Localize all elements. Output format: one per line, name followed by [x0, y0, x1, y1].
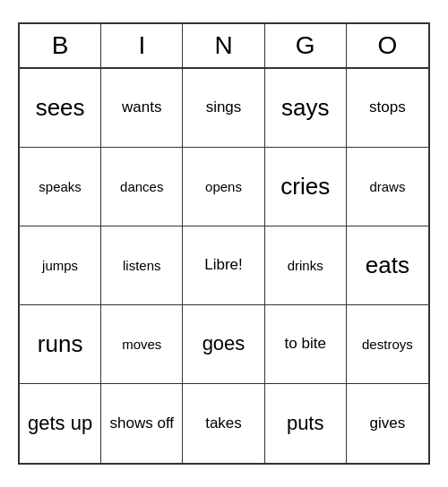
header-letter: I — [101, 24, 183, 67]
cell-text: Libre! — [204, 256, 243, 274]
bingo-cell: says — [265, 69, 347, 148]
bingo-grid: seeswantssingssaysstopsspeaksdancesopens… — [20, 69, 428, 463]
cell-text: speaks — [39, 179, 82, 195]
bingo-cell: speaks — [20, 148, 101, 226]
bingo-cell: puts — [265, 384, 347, 463]
cell-text: gives — [370, 414, 406, 432]
bingo-cell: to bite — [265, 305, 347, 384]
bingo-cell: jumps — [20, 226, 101, 305]
bingo-cell: cries — [265, 148, 347, 226]
cell-text: gets up — [28, 412, 92, 435]
bingo-cell: opens — [183, 148, 264, 226]
header-letter: O — [347, 24, 428, 67]
cell-text: listens — [123, 258, 161, 274]
cell-text: jumps — [42, 258, 78, 274]
bingo-cell: takes — [183, 384, 264, 463]
cell-text: drinks — [288, 258, 323, 274]
header-letter: G — [265, 24, 347, 67]
cell-text: says — [281, 94, 329, 122]
bingo-card: BINGO seeswantssingssaysstopsspeaksdance… — [18, 22, 430, 465]
bingo-cell: sees — [20, 69, 101, 148]
bingo-cell: Libre! — [183, 226, 264, 305]
cell-text: takes — [205, 414, 242, 432]
bingo-cell: draws — [347, 148, 428, 226]
bingo-cell: stops — [347, 69, 428, 148]
cell-text: opens — [205, 179, 242, 195]
bingo-cell: eats — [347, 226, 428, 305]
cell-text: wants — [122, 98, 161, 116]
bingo-header: BINGO — [20, 24, 428, 69]
header-letter: B — [20, 24, 101, 67]
cell-text: sings — [206, 98, 242, 116]
cell-text: puts — [287, 412, 324, 435]
bingo-cell: runs — [20, 305, 101, 384]
cell-text: sees — [36, 94, 85, 122]
cell-text: draws — [369, 179, 405, 195]
bingo-cell: shows off — [101, 384, 183, 463]
cell-text: eats — [366, 252, 409, 279]
bingo-cell: gets up — [20, 384, 101, 463]
cell-text: dances — [120, 179, 163, 195]
bingo-cell: goes — [183, 305, 264, 384]
bingo-cell: moves — [101, 305, 183, 384]
bingo-cell: dances — [101, 148, 183, 226]
cell-text: stops — [369, 98, 406, 116]
cell-text: goes — [202, 332, 246, 355]
cell-text: shows off — [110, 414, 175, 432]
bingo-cell: destroys — [347, 305, 428, 384]
cell-text: moves — [122, 337, 161, 353]
header-letter: N — [183, 24, 264, 67]
cell-text: runs — [38, 330, 83, 358]
cell-text: cries — [280, 173, 330, 201]
bingo-cell: sings — [183, 69, 264, 148]
bingo-cell: drinks — [265, 226, 347, 305]
cell-text: destroys — [362, 337, 413, 353]
cell-text: to bite — [285, 335, 326, 353]
bingo-cell: listens — [101, 226, 183, 305]
bingo-cell: gives — [347, 384, 428, 463]
bingo-cell: wants — [101, 69, 183, 148]
